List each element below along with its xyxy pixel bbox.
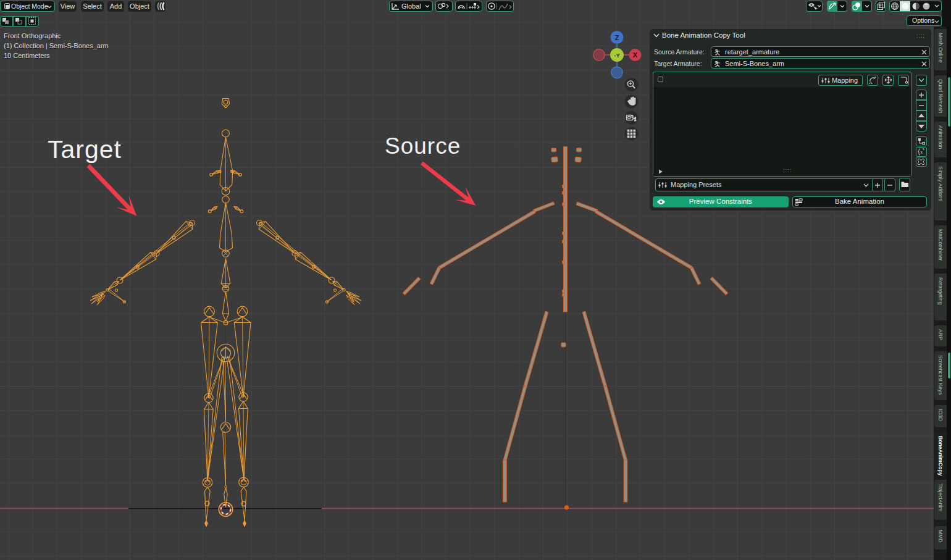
svg-text:Z: Z — [615, 34, 619, 41]
svg-text:x: x — [921, 150, 923, 154]
svg-text:X: X — [633, 51, 638, 59]
svg-text:-Y: -Y — [614, 52, 620, 59]
